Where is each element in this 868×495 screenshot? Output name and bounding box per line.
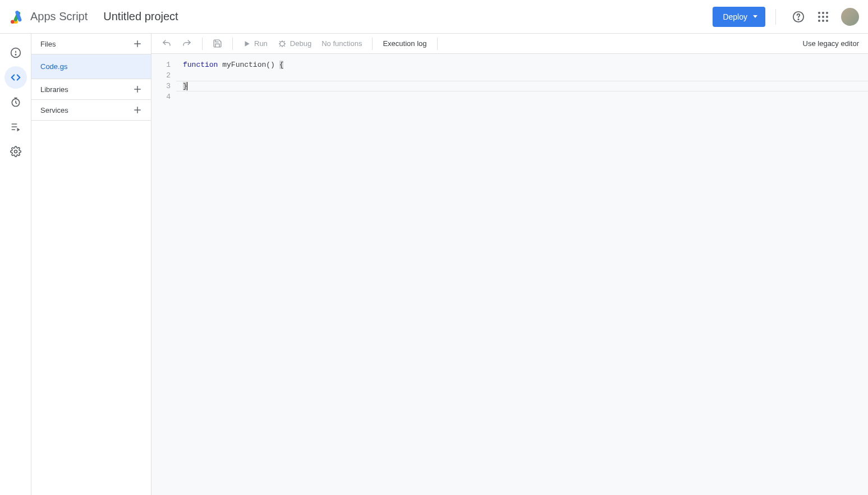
- svg-marker-24: [245, 41, 250, 46]
- nav-overview[interactable]: [4, 42, 27, 64]
- google-apps-icon[interactable]: [816, 10, 830, 24]
- deploy-label: Deploy: [723, 12, 747, 21]
- run-label: Run: [254, 39, 268, 48]
- chevron-down-icon: [753, 15, 757, 18]
- top-header: Apps Script Untitled project Deploy: [0, 0, 868, 34]
- undo-button[interactable]: [158, 36, 175, 52]
- help-icon[interactable]: [792, 10, 805, 24]
- add-file-button[interactable]: [130, 36, 145, 52]
- line-number: 3: [151, 81, 171, 91]
- code-line-1: function myFunction() {: [183, 59, 868, 70]
- app-title: Apps Script: [30, 10, 88, 23]
- code-content[interactable]: function myFunction() { }: [176, 54, 868, 495]
- svg-point-7: [798, 19, 798, 19]
- svg-point-25: [280, 42, 284, 46]
- add-service-button[interactable]: [130, 102, 145, 118]
- workspace: Files Code.gs Libraries Services: [0, 34, 868, 495]
- line-number: 1: [151, 59, 171, 70]
- editor-area: Run Debug No functions Execution log Use…: [151, 34, 868, 495]
- svg-marker-16: [17, 128, 20, 132]
- add-library-button[interactable]: [130, 81, 145, 97]
- logo-block: Apps Script: [9, 8, 88, 25]
- services-section-label: Services: [40, 106, 68, 114]
- line-number: 4: [151, 91, 171, 102]
- services-section-header: Services: [31, 100, 151, 121]
- redo-button[interactable]: [178, 36, 195, 52]
- svg-point-3: [11, 20, 14, 23]
- deploy-button[interactable]: Deploy: [713, 7, 765, 27]
- function-selector-label: No functions: [322, 39, 362, 48]
- nav-executions[interactable]: [4, 116, 27, 138]
- line-number: 2: [151, 70, 171, 81]
- user-avatar[interactable]: [841, 8, 859, 26]
- text-cursor: [187, 82, 187, 90]
- file-item-code-gs[interactable]: Code.gs: [31, 54, 151, 79]
- nav-editor[interactable]: [4, 66, 27, 89]
- svg-point-10: [15, 54, 16, 55]
- legacy-editor-link[interactable]: Use legacy editor: [803, 39, 861, 48]
- files-section-header: Files: [31, 34, 151, 54]
- files-section-label: Files: [40, 40, 56, 48]
- run-button[interactable]: Run: [240, 36, 271, 52]
- nav-triggers[interactable]: [4, 91, 27, 113]
- project-title[interactable]: Untitled project: [103, 10, 178, 23]
- code-line-2: [183, 70, 868, 81]
- svg-point-17: [14, 150, 17, 153]
- execution-log-button[interactable]: Execution log: [379, 36, 430, 52]
- debug-button[interactable]: Debug: [274, 36, 315, 52]
- libraries-section-header: Libraries: [31, 79, 151, 100]
- libraries-section-label: Libraries: [40, 85, 68, 94]
- execution-log-label: Execution log: [383, 39, 426, 48]
- apps-script-logo-icon: [9, 8, 26, 25]
- files-panel: Files Code.gs Libraries Services: [31, 34, 151, 495]
- nav-rail: [0, 34, 31, 495]
- debug-label: Debug: [290, 39, 311, 48]
- save-button[interactable]: [209, 36, 226, 52]
- line-gutter: 1 2 3 4: [151, 54, 176, 495]
- editor-toolbar: Run Debug No functions Execution log Use…: [151, 34, 868, 54]
- nav-settings[interactable]: [4, 140, 27, 163]
- divider: [775, 9, 776, 25]
- code-line-3: }: [183, 81, 868, 91]
- code-editor[interactable]: 1 2 3 4 function myFunction() { }: [151, 54, 868, 495]
- file-name: Code.gs: [40, 62, 67, 71]
- function-selector[interactable]: No functions: [318, 36, 365, 52]
